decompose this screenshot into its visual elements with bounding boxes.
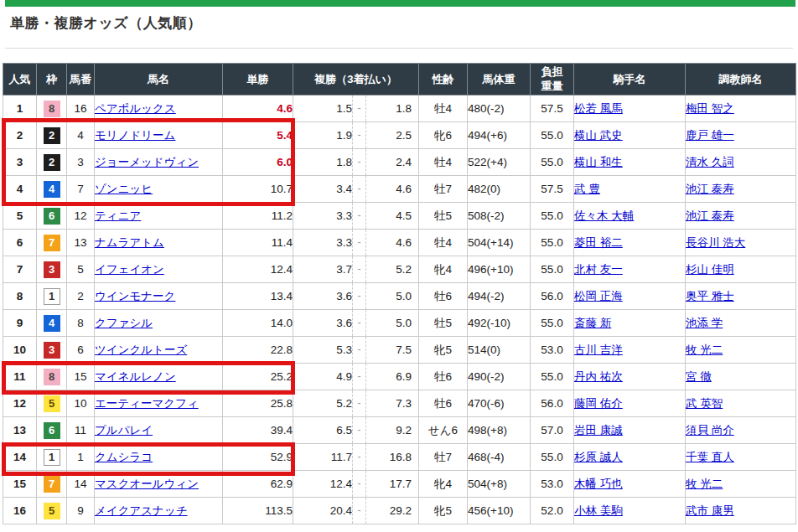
horse-name-link[interactable]: クファシル <box>95 317 153 329</box>
trainer-link[interactable]: 杉山 佳明 <box>686 263 734 276</box>
jockey-cell: 横山 武史 <box>574 122 686 149</box>
win-odds-cell: 5.4 <box>223 122 293 149</box>
trainer-link[interactable]: 長谷川 浩大 <box>686 236 745 249</box>
jockey-link[interactable]: 武 豊 <box>574 183 600 195</box>
rank-cell: 9 <box>3 310 37 337</box>
jockey-link[interactable]: 小林 美駒 <box>574 504 623 517</box>
trainer-cell: 梅田 智之 <box>686 96 796 122</box>
col-header-trainer: 調教師名 <box>686 64 796 96</box>
trainer-link[interactable]: 奥平 雅士 <box>686 290 734 302</box>
trainer-link[interactable]: 武市 康男 <box>686 504 734 517</box>
trainer-link[interactable]: 池江 泰寿 <box>686 209 734 222</box>
table-row: 16 5 9 メイクアスナッチ 113.5 20.4 - 29.2 牝5 456… <box>3 498 796 524</box>
horse-number-cell: 9 <box>67 498 95 524</box>
horse-name-link[interactable]: モリノドリーム <box>95 129 175 142</box>
trainer-link[interactable]: 池添 学 <box>686 317 723 329</box>
frame-cell: 3 <box>37 256 67 283</box>
place-odds-separator: - <box>352 498 366 524</box>
place-odds-high: 29.2 <box>366 504 418 517</box>
jockey-link[interactable]: 横山 和生 <box>574 156 623 168</box>
horse-number-cell: 12 <box>67 203 95 230</box>
sex-age-cell: 牝5 <box>419 498 468 524</box>
jockey-link[interactable]: 岩田 康誠 <box>574 424 623 436</box>
horse-name-link[interactable]: マイネルレノン <box>95 370 176 383</box>
horse-number-cell: 3 <box>67 149 95 176</box>
jockey-cell: 横山 和生 <box>574 149 686 176</box>
trainer-cell: 池江 泰寿 <box>686 176 796 203</box>
horse-name-link[interactable]: イフェイオン <box>95 263 164 276</box>
trainer-link[interactable]: 千葉 直人 <box>686 451 734 463</box>
jockey-link[interactable]: 古川 吉洋 <box>574 343 623 356</box>
jockey-link[interactable]: 松若 風馬 <box>574 102 623 115</box>
trainer-link[interactable]: 武 英智 <box>686 397 723 410</box>
trainer-link[interactable]: 牧 光二 <box>686 478 723 490</box>
trainer-link[interactable]: 池江 泰寿 <box>686 183 734 195</box>
place-odds-cell: 4.9 - 6.9 <box>293 364 419 390</box>
horse-name-link[interactable]: ウインモナーク <box>95 290 175 302</box>
table-row: 10 3 6 ツインクルトーズ 22.8 5.3 - 7.5 牝5 514(0)… <box>3 337 796 364</box>
horse-name-link[interactable]: クムシラコ <box>95 451 153 463</box>
horse-weight-cell: 494(+6) <box>468 122 531 149</box>
jockey-link[interactable]: 杉原 誠人 <box>574 451 623 463</box>
table-row: 1 8 16 ペアポルックス 4.6 1.5 - 1.8 牡4 480(-2) … <box>3 96 796 122</box>
horse-name-link[interactable]: ツインクルトーズ <box>95 343 187 356</box>
place-odds-separator: - <box>352 203 366 229</box>
trainer-link[interactable]: 宮 徹 <box>686 370 712 383</box>
sex-age-cell: 牡4 <box>419 230 468 256</box>
trainer-link[interactable]: 梅田 智之 <box>686 102 734 115</box>
frame-badge: 2 <box>44 154 60 171</box>
horse-name-link[interactable]: ナムラアトム <box>95 236 164 249</box>
place-odds-low: 3.6 <box>293 317 352 329</box>
place-odds-low: 3.7 <box>293 263 352 276</box>
trainer-link[interactable]: 牧 光二 <box>686 343 723 356</box>
jockey-link[interactable]: 佐々木 大輔 <box>574 209 634 222</box>
trainer-link[interactable]: 須貝 尚介 <box>686 424 734 436</box>
rank-cell: 10 <box>3 337 37 364</box>
rank-cell: 13 <box>3 417 37 444</box>
jockey-cell: 松若 風馬 <box>574 96 686 122</box>
jockey-link[interactable]: 北村 友一 <box>574 263 623 276</box>
frame-cell: 1 <box>37 283 67 310</box>
carried-weight-cell: 57.0 <box>531 417 574 444</box>
horse-name-link[interactable]: メイクアスナッチ <box>95 504 188 517</box>
horse-number-cell: 10 <box>67 390 95 417</box>
horse-name-link[interactable]: ゾンニッヒ <box>95 183 153 195</box>
place-odds-cell: 3.4 - 4.6 <box>293 176 419 203</box>
carried-weight-cell: 53.0 <box>531 337 574 364</box>
sex-age-cell: 牡7 <box>419 176 468 203</box>
horse-name-link[interactable]: プルパレイ <box>95 424 153 436</box>
horse-name-link[interactable]: エーティーマクフィ <box>95 397 199 410</box>
place-odds-cell: 3.6 - 5.0 <box>293 310 419 337</box>
horse-name-cell: ペアポルックス <box>95 96 223 122</box>
place-odds-low: 20.4 <box>293 504 352 517</box>
win-odds-cell: 12.4 <box>223 256 293 283</box>
place-odds-cell: 12.4 - 17.7 <box>293 471 419 498</box>
place-odds-separator: - <box>352 256 366 282</box>
jockey-link[interactable]: 横山 武史 <box>574 129 623 142</box>
col-header-carried: 負担重量 <box>531 64 574 96</box>
rank-cell: 15 <box>3 471 37 498</box>
horse-name-link[interactable]: ジョーメッドヴィン <box>95 156 199 168</box>
horse-name-link[interactable]: ペアポルックス <box>95 102 176 115</box>
trainer-link[interactable]: 鹿戸 雄一 <box>686 129 734 142</box>
jockey-link[interactable]: 丹内 祐次 <box>574 370 623 383</box>
horse-name-link[interactable]: マスクオールウィン <box>95 478 199 490</box>
horse-name-cell: エーティーマクフィ <box>95 390 223 417</box>
table-row: 7 3 5 イフェイオン 12.4 3.7 - 5.2 牝4 496(+10) … <box>3 256 796 283</box>
place-odds-high: 7.5 <box>366 343 418 356</box>
jockey-link[interactable]: 菱田 裕二 <box>574 236 623 249</box>
jockey-link[interactable]: 藤岡 佑介 <box>574 397 623 410</box>
sex-age-cell: 牡7 <box>419 444 468 471</box>
sex-age-cell: 牡6 <box>419 364 468 390</box>
rank-cell: 6 <box>3 230 37 256</box>
trainer-link[interactable]: 清水 久詞 <box>686 156 734 168</box>
place-odds-low: 1.8 <box>293 156 352 168</box>
jockey-link[interactable]: 斎藤 新 <box>574 317 611 329</box>
win-odds-cell: 39.4 <box>223 417 293 444</box>
horse-name-cell: モリノドリーム <box>95 122 223 149</box>
place-odds-cell: 5.2 - 7.3 <box>293 390 419 417</box>
jockey-link[interactable]: 松岡 正海 <box>574 290 623 302</box>
col-header-weight: 馬体重 <box>468 64 531 96</box>
horse-name-link[interactable]: ティニア <box>95 209 141 222</box>
jockey-link[interactable]: 木幡 巧也 <box>574 478 623 490</box>
